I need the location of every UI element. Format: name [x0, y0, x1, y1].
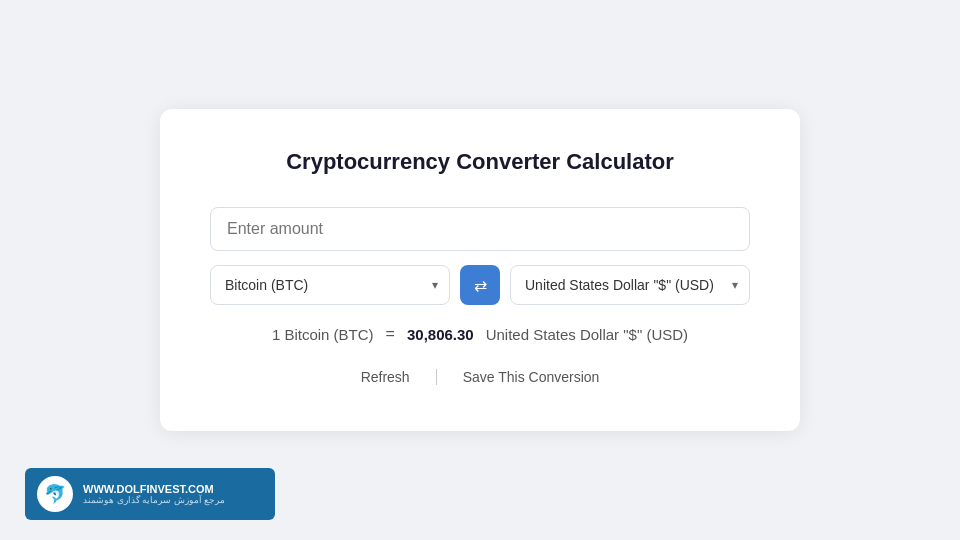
- result-row: 1 Bitcoin (BTC) = 30,806.30 United State…: [210, 325, 750, 343]
- from-currency-wrapper: Bitcoin (BTC) Ethereum (ETH) Litecoin (L…: [210, 265, 450, 305]
- result-to-currency: United States Dollar "$" (USD): [486, 326, 688, 343]
- watermark-description: مرجع آموزش سرمایه گذاری هوشمند: [83, 495, 225, 505]
- page-title: Cryptocurrency Converter Calculator: [210, 149, 750, 175]
- to-currency-select[interactable]: United States Dollar "$" (USD) Euro (EUR…: [510, 265, 750, 305]
- to-currency-wrapper: United States Dollar "$" (USD) Euro (EUR…: [510, 265, 750, 305]
- refresh-button[interactable]: Refresh: [351, 363, 420, 391]
- actions-row: Refresh Save This Conversion: [210, 363, 750, 391]
- watermark-text: WWW.DOLFINVEST.COM مرجع آموزش سرمایه گذا…: [83, 483, 225, 505]
- watermark-logo: 🐬: [37, 476, 73, 512]
- swap-button[interactable]: ⇄: [460, 265, 500, 305]
- swap-icon: ⇄: [474, 276, 487, 295]
- calculator-card: Cryptocurrency Converter Calculator 1 Bi…: [160, 109, 800, 431]
- dolphin-icon: 🐬: [44, 483, 66, 505]
- watermark: 🐬 WWW.DOLFINVEST.COM مرجع آموزش سرمایه گ…: [25, 468, 275, 520]
- save-conversion-button[interactable]: Save This Conversion: [453, 363, 610, 391]
- watermark-url: WWW.DOLFINVEST.COM: [83, 483, 225, 495]
- result-from-label: 1 Bitcoin (BTC): [272, 326, 374, 343]
- from-currency-select[interactable]: Bitcoin (BTC) Ethereum (ETH) Litecoin (L…: [210, 265, 450, 305]
- result-value: 30,806.30: [407, 326, 474, 343]
- actions-divider: [436, 369, 437, 385]
- selectors-row: Bitcoin (BTC) Ethereum (ETH) Litecoin (L…: [210, 265, 750, 305]
- equals-sign: =: [386, 325, 395, 343]
- amount-input[interactable]: 1: [210, 207, 750, 251]
